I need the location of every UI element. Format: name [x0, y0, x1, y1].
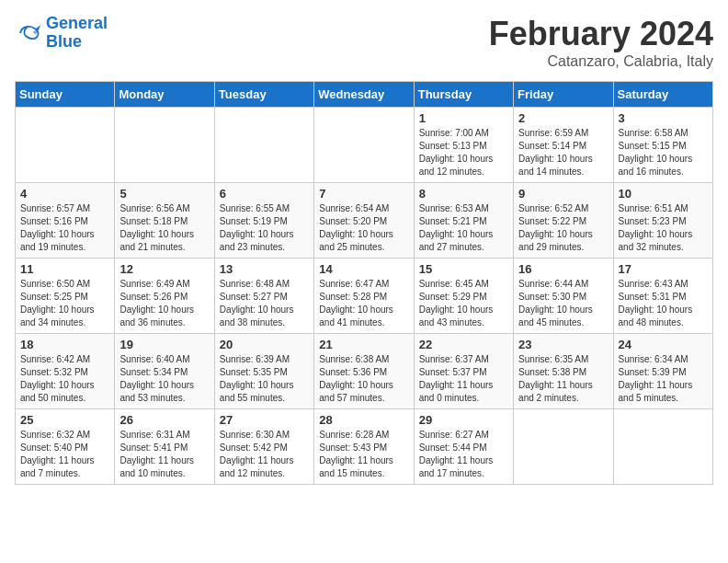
day-number: 9	[518, 187, 608, 201]
calendar-week-row: 1Sunrise: 7:00 AM Sunset: 5:13 PM Daylig…	[16, 108, 713, 183]
title-block: February 2024 Catanzaro, Calabria, Italy	[489, 15, 713, 70]
calendar-cell: 23Sunrise: 6:35 AM Sunset: 5:38 PM Dayli…	[514, 334, 613, 409]
calendar-cell: 21Sunrise: 6:38 AM Sunset: 5:36 PM Dayli…	[314, 334, 414, 409]
day-info: Sunrise: 6:42 AM Sunset: 5:32 PM Dayligh…	[20, 353, 109, 405]
calendar-cell: 11Sunrise: 6:50 AM Sunset: 5:25 PM Dayli…	[16, 259, 115, 334]
calendar-cell: 2Sunrise: 6:59 AM Sunset: 5:14 PM Daylig…	[514, 108, 613, 183]
day-number: 28	[319, 413, 408, 427]
day-number: 8	[419, 187, 508, 201]
calendar-cell	[214, 108, 313, 183]
day-number: 29	[419, 413, 508, 427]
day-info: Sunrise: 6:27 AM Sunset: 5:44 PM Dayligh…	[419, 429, 508, 480]
day-number: 10	[619, 187, 708, 201]
calendar-cell	[16, 108, 115, 183]
day-info: Sunrise: 6:40 AM Sunset: 5:34 PM Dayligh…	[119, 353, 209, 405]
logo-icon	[15, 19, 42, 47]
calendar-cell: 16Sunrise: 6:44 AM Sunset: 5:30 PM Dayli…	[514, 259, 613, 334]
page-title: February 2024	[489, 15, 713, 53]
header-day: Saturday	[613, 82, 712, 108]
calendar-cell: 22Sunrise: 6:37 AM Sunset: 5:37 PM Dayli…	[414, 334, 513, 409]
calendar-cell: 28Sunrise: 6:28 AM Sunset: 5:43 PM Dayli…	[314, 409, 414, 485]
calendar-cell: 9Sunrise: 6:52 AM Sunset: 5:22 PM Daylig…	[514, 183, 613, 259]
header-day: Sunday	[16, 82, 115, 108]
day-number: 19	[119, 338, 209, 351]
calendar-cell: 7Sunrise: 6:54 AM Sunset: 5:20 PM Daylig…	[314, 183, 414, 259]
day-info: Sunrise: 6:30 AM Sunset: 5:42 PM Dayligh…	[220, 429, 309, 480]
calendar-cell: 26Sunrise: 6:31 AM Sunset: 5:41 PM Dayli…	[115, 409, 214, 485]
calendar-cell: 6Sunrise: 6:55 AM Sunset: 5:19 PM Daylig…	[214, 183, 313, 259]
day-info: Sunrise: 6:59 AM Sunset: 5:14 PM Dayligh…	[518, 127, 608, 178]
day-number: 26	[119, 413, 209, 427]
day-number: 20	[220, 338, 309, 351]
day-info: Sunrise: 7:00 AM Sunset: 5:13 PM Dayligh…	[419, 127, 508, 178]
calendar-cell: 24Sunrise: 6:34 AM Sunset: 5:39 PM Dayli…	[613, 334, 712, 409]
day-number: 23	[518, 338, 608, 351]
day-info: Sunrise: 6:38 AM Sunset: 5:36 PM Dayligh…	[319, 353, 408, 405]
calendar-cell: 17Sunrise: 6:43 AM Sunset: 5:31 PM Dayli…	[613, 259, 712, 334]
day-info: Sunrise: 6:57 AM Sunset: 5:16 PM Dayligh…	[20, 202, 109, 254]
calendar-cell: 10Sunrise: 6:51 AM Sunset: 5:23 PM Dayli…	[613, 183, 712, 259]
calendar-cell: 15Sunrise: 6:45 AM Sunset: 5:29 PM Dayli…	[414, 259, 513, 334]
calendar-header: SundayMondayTuesdayWednesdayThursdayFrid…	[16, 82, 713, 108]
day-number: 3	[619, 111, 708, 125]
day-info: Sunrise: 6:52 AM Sunset: 5:22 PM Dayligh…	[518, 202, 608, 254]
day-info: Sunrise: 6:35 AM Sunset: 5:38 PM Dayligh…	[518, 353, 608, 405]
calendar-cell: 4Sunrise: 6:57 AM Sunset: 5:16 PM Daylig…	[16, 183, 115, 259]
day-info: Sunrise: 6:47 AM Sunset: 5:28 PM Dayligh…	[319, 278, 408, 329]
header-day: Friday	[514, 82, 613, 108]
day-number: 21	[319, 338, 408, 351]
day-info: Sunrise: 6:44 AM Sunset: 5:30 PM Dayligh…	[518, 278, 608, 329]
calendar-cell	[115, 108, 214, 183]
day-number: 1	[419, 111, 508, 125]
day-info: Sunrise: 6:48 AM Sunset: 5:27 PM Dayligh…	[220, 278, 309, 329]
day-number: 17	[619, 262, 708, 276]
logo: General Blue	[15, 15, 108, 52]
calendar-body: 1Sunrise: 7:00 AM Sunset: 5:13 PM Daylig…	[16, 108, 713, 485]
header-day: Monday	[115, 82, 214, 108]
day-number: 2	[518, 111, 608, 125]
day-number: 5	[119, 187, 209, 201]
day-info: Sunrise: 6:39 AM Sunset: 5:35 PM Dayligh…	[220, 353, 309, 405]
day-info: Sunrise: 6:56 AM Sunset: 5:18 PM Dayligh…	[119, 202, 209, 254]
day-info: Sunrise: 6:28 AM Sunset: 5:43 PM Dayligh…	[319, 429, 408, 480]
header-day: Tuesday	[214, 82, 313, 108]
calendar-cell: 18Sunrise: 6:42 AM Sunset: 5:32 PM Dayli…	[16, 334, 115, 409]
calendar-cell: 14Sunrise: 6:47 AM Sunset: 5:28 PM Dayli…	[314, 259, 414, 334]
calendar-cell: 13Sunrise: 6:48 AM Sunset: 5:27 PM Dayli…	[214, 259, 313, 334]
day-info: Sunrise: 6:51 AM Sunset: 5:23 PM Dayligh…	[619, 202, 708, 254]
day-info: Sunrise: 6:55 AM Sunset: 5:19 PM Dayligh…	[220, 202, 309, 254]
calendar-cell: 12Sunrise: 6:49 AM Sunset: 5:26 PM Dayli…	[115, 259, 214, 334]
day-info: Sunrise: 6:49 AM Sunset: 5:26 PM Dayligh…	[119, 278, 209, 329]
calendar-cell: 20Sunrise: 6:39 AM Sunset: 5:35 PM Dayli…	[214, 334, 313, 409]
day-number: 7	[319, 187, 408, 201]
day-number: 14	[319, 262, 408, 276]
day-number: 6	[220, 187, 309, 201]
header-day: Thursday	[414, 82, 513, 108]
calendar-week-row: 11Sunrise: 6:50 AM Sunset: 5:25 PM Dayli…	[16, 259, 713, 334]
calendar-cell	[613, 409, 712, 485]
header-day: Wednesday	[314, 82, 414, 108]
calendar-cell: 1Sunrise: 7:00 AM Sunset: 5:13 PM Daylig…	[414, 108, 513, 183]
day-info: Sunrise: 6:43 AM Sunset: 5:31 PM Dayligh…	[619, 278, 708, 329]
day-number: 12	[119, 262, 209, 276]
day-info: Sunrise: 6:58 AM Sunset: 5:15 PM Dayligh…	[619, 127, 708, 178]
calendar-cell: 8Sunrise: 6:53 AM Sunset: 5:21 PM Daylig…	[414, 183, 513, 259]
calendar-cell: 27Sunrise: 6:30 AM Sunset: 5:42 PM Dayli…	[214, 409, 313, 485]
day-info: Sunrise: 6:37 AM Sunset: 5:37 PM Dayligh…	[419, 353, 508, 405]
calendar-cell: 19Sunrise: 6:40 AM Sunset: 5:34 PM Dayli…	[115, 334, 214, 409]
day-number: 4	[20, 187, 109, 201]
day-info: Sunrise: 6:45 AM Sunset: 5:29 PM Dayligh…	[419, 278, 508, 329]
day-number: 27	[220, 413, 309, 427]
calendar-table: SundayMondayTuesdayWednesdayThursdayFrid…	[15, 81, 713, 485]
day-number: 25	[20, 413, 109, 427]
calendar-cell: 29Sunrise: 6:27 AM Sunset: 5:44 PM Dayli…	[414, 409, 513, 485]
day-number: 13	[220, 262, 309, 276]
calendar-cell: 5Sunrise: 6:56 AM Sunset: 5:18 PM Daylig…	[115, 183, 214, 259]
day-number: 24	[619, 338, 708, 351]
day-number: 11	[20, 262, 109, 276]
calendar-cell	[314, 108, 414, 183]
day-info: Sunrise: 6:34 AM Sunset: 5:39 PM Dayligh…	[619, 353, 708, 405]
day-info: Sunrise: 6:50 AM Sunset: 5:25 PM Dayligh…	[20, 278, 109, 329]
day-number: 22	[419, 338, 508, 351]
logo-text: General Blue	[46, 15, 108, 52]
